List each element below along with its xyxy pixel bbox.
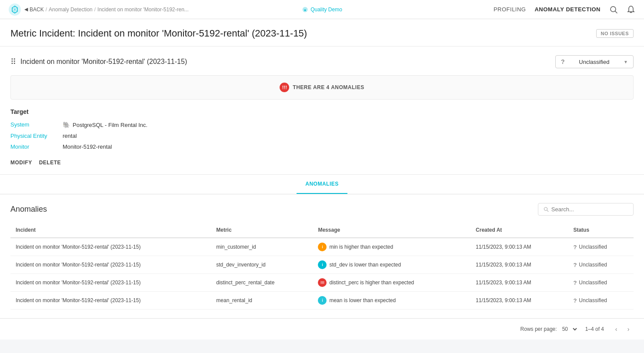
notification-icon[interactable] [627,5,635,14]
col-created-at: Created At [470,223,568,238]
chevron-down-icon: ▼ [624,60,628,64]
col-status: Status [568,223,634,238]
breadcrumb-separator: / [46,7,47,13]
anomalies-table-section: Anomalies Incident Metric Message Create… [0,194,644,318]
cell-metric: min_customer_id [211,238,313,256]
page-title: Metric Incident: Incident on monitor 'Mo… [10,28,307,39]
search-icon[interactable] [609,5,618,14]
status-q: ? [573,280,577,286]
severity-icon: !!! [318,278,327,287]
severity-icon: i [318,243,327,251]
table-header-row: Anomalies [10,203,634,216]
system-label: System [10,120,63,129]
alert-icon: !!! [280,83,289,92]
table-header-columns: Incident Metric Message Created At Statu… [10,223,634,238]
cell-message: i std_dev is lower than expected [313,256,470,274]
entity-badge: ★ Quality Demo [302,7,342,13]
physical-entity-label: Physical Entity [10,132,63,140]
cell-created-at: 11/15/2023, 9:00:13 AM [470,256,568,274]
cell-message: !!! distinct_perc is higher than expecte… [313,274,470,292]
incident-title-row: ⠿ Incident on monitor 'Monitor-5192-rent… [10,57,187,67]
delete-button[interactable]: DELETE [39,160,61,166]
cell-incident: Incident on monitor 'Monitor-5192-rental… [10,256,211,274]
breadcrumb-parent[interactable]: Anomaly Detection [49,7,93,13]
classification-dropdown[interactable]: ? Unclassified ▼ [555,55,634,68]
status-q: ? [573,262,577,268]
svg-line-6 [547,210,548,212]
severity-icon: i [318,260,327,269]
target-heading: Target [10,108,634,115]
alert-text: THERE ARE 4 ANOMALIES [293,84,364,90]
target-grid: System 🐘 PostgreSQL - Film Rental Inc. P… [10,120,634,151]
table-head: Incident Metric Message Created At Statu… [10,223,634,238]
table-row[interactable]: Incident on monitor 'Monitor-5192-rental… [10,238,634,256]
status-q: ? [573,244,577,250]
breadcrumb-current: Incident on monitor 'Monitor-5192-ren... [97,7,189,13]
grid-icon: ⠿ [10,57,16,67]
anomalies-section-title: Anomalies [10,205,47,214]
action-buttons: MODIFY DELETE [10,160,634,166]
incident-card-title: Incident on monitor 'Monitor-5192-rental… [20,58,187,66]
tab-anomalies[interactable]: ANOMALIES [297,175,347,194]
back-button[interactable]: ◀ BACK [24,7,44,13]
cell-status: ? Unclassified [568,256,634,274]
table-row[interactable]: Incident on monitor 'Monitor-5192-rental… [10,256,634,274]
search-input[interactable] [551,206,628,213]
database-icon: 🐘 [63,121,70,128]
anomalies-table: Incident Metric Message Created At Statu… [10,223,634,310]
physical-entity-value: rental [63,132,634,140]
cell-incident: Incident on monitor 'Monitor-5192-rental… [10,292,211,310]
status-label: Unclassified [579,244,607,250]
cell-incident: Incident on monitor 'Monitor-5192-rental… [10,274,211,292]
cell-message: i min is higher than expected [313,238,470,256]
cell-created-at: 11/15/2023, 9:00:13 AM [470,274,568,292]
search-box[interactable] [538,203,634,216]
tabs-bar: ANOMALIES [0,175,644,194]
cell-status: ? Unclassified [568,274,634,292]
page-range: 1–4 of 4 [585,326,604,332]
next-page-button[interactable]: › [623,324,634,334]
app-logo[interactable] [9,3,21,16]
classification-label: Unclassified [579,59,609,65]
cell-metric: mean_rental_id [211,292,313,310]
cell-created-at: 11/15/2023, 9:00:13 AM [470,238,568,256]
cell-status: ? Unclassified [568,238,634,256]
cell-metric: distinct_perc_rental_date [211,274,313,292]
status-label: Unclassified [579,280,607,286]
table-row[interactable]: Incident on monitor 'Monitor-5192-rental… [10,292,634,310]
nav-left: ◀ BACK / Anomaly Detection / Incident on… [9,3,189,16]
monitor-value: Monitor-5192-rental [63,143,634,151]
nav-right: PROFILING ANOMALY DETECTION [494,5,635,14]
cell-status: ? Unclassified [568,292,634,310]
incident-card: ⠿ Incident on monitor 'Monitor-5192-rent… [0,47,644,175]
page-header: Metric Incident: Incident on monitor 'Mo… [0,19,644,47]
table-body: Incident on monitor 'Monitor-5192-rental… [10,238,634,310]
status-q: ? [573,297,577,304]
rows-per-page-label: Rows per page: [521,326,557,332]
status-label: Unclassified [579,297,607,303]
no-issues-badge: NO ISSUES [596,29,634,38]
nav-center: ★ Quality Demo [302,7,342,13]
pagination-bar: Rows per page: 50 25 100 1–4 of 4 ‹ › [0,318,644,340]
svg-point-5 [544,207,547,210]
anomalies-alert: !!! THERE ARE 4 ANOMALIES [10,75,634,100]
cell-message: i mean is lower than expected [313,292,470,310]
svg-line-4 [615,11,617,13]
svg-text:★: ★ [304,8,307,12]
rows-per-page: Rows per page: 50 25 100 [521,326,578,333]
search-icon [544,206,549,212]
incident-card-header: ⠿ Incident on monitor 'Monitor-5192-rent… [10,55,634,68]
prev-page-button[interactable]: ‹ [611,324,621,334]
monitor-label: Monitor [10,143,63,151]
nav-profiling[interactable]: PROFILING [494,6,526,13]
cell-incident: Incident on monitor 'Monitor-5192-rental… [10,238,211,256]
col-message: Message [313,223,470,238]
cell-created-at: 11/15/2023, 9:00:13 AM [470,292,568,310]
table-row[interactable]: Incident on monitor 'Monitor-5192-rental… [10,274,634,292]
modify-button[interactable]: MODIFY [10,160,32,166]
status-label: Unclassified [579,262,607,268]
nav-anomaly-detection[interactable]: ANOMALY DETECTION [534,6,601,13]
page-nav: ‹ › [611,324,634,334]
rows-per-page-select[interactable]: 50 25 100 [561,326,578,333]
col-metric: Metric [211,223,313,238]
